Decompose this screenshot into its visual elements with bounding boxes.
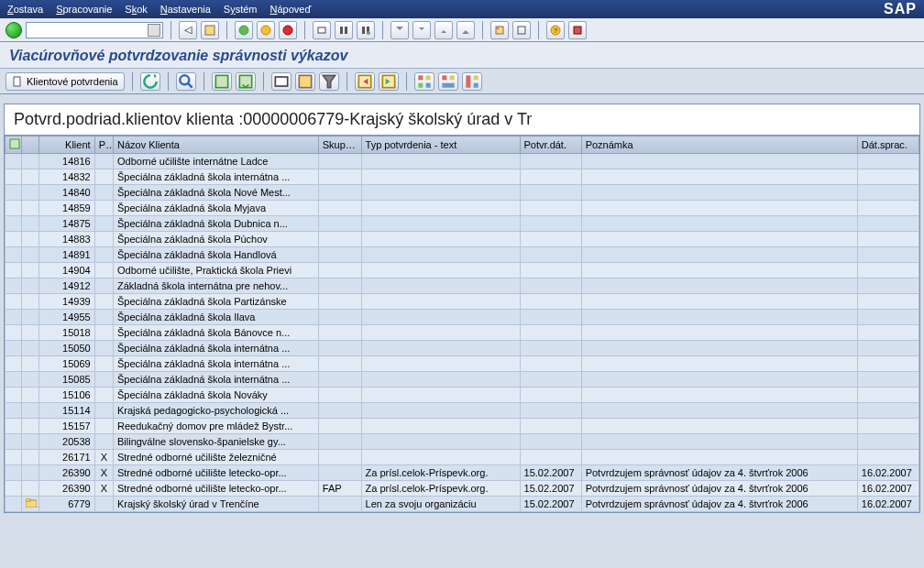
- col-skup[interactable]: SkupP...: [318, 137, 361, 154]
- client-confirm-button[interactable]: Klientové potvrdenia: [6, 72, 125, 91]
- back-button[interactable]: ◁: [179, 21, 197, 39]
- row-selector[interactable]: [6, 341, 22, 356]
- nav-cancel-button[interactable]: [279, 21, 297, 39]
- table-row[interactable]: 15114Krajská pedagogicko-psychologická .…: [6, 403, 919, 419]
- col-potvr-dat[interactable]: Potvr.dát.: [520, 137, 581, 154]
- table-row[interactable]: 26390XStredné odborné učilište letecko-o…: [6, 465, 919, 481]
- row-selector[interactable]: [6, 434, 22, 450]
- row-selector[interactable]: [6, 216, 22, 232]
- table-row[interactable]: 14939Špeciálna základná škola Partizánsk…: [6, 294, 919, 310]
- row-selector[interactable]: [6, 279, 22, 294]
- row-selector[interactable]: [6, 465, 22, 481]
- row-icon-cell: [22, 263, 38, 279]
- cell-nazov: Špeciálna základná škola Nové Mest...: [113, 185, 318, 201]
- table-row[interactable]: 14955Špeciálna základná škola Ilava: [6, 310, 919, 325]
- col-po[interactable]: PO: [94, 137, 113, 154]
- filter-button[interactable]: [319, 72, 339, 91]
- menu-napoved[interactable]: Nápoveď: [270, 4, 312, 15]
- table-row[interactable]: 26390XStredné odborné učilište letecko-o…: [6, 481, 919, 497]
- table-row[interactable]: 14912Základná škola internátna pre nehov…: [6, 279, 919, 294]
- row-selector[interactable]: [6, 185, 22, 201]
- cell-po: [94, 232, 113, 247]
- row-selector[interactable]: [6, 169, 22, 185]
- table-row[interactable]: 15106Špeciálna základná škola Nováky: [6, 388, 919, 403]
- save-button[interactable]: [201, 21, 219, 39]
- table-row[interactable]: 26171XStredné odborné učilište železničn…: [6, 450, 919, 465]
- row-selector[interactable]: [6, 450, 22, 465]
- col-nazov[interactable]: Názov Klienta: [113, 137, 318, 154]
- layout-save-button[interactable]: [462, 72, 482, 91]
- row-selector[interactable]: [6, 325, 22, 341]
- subtotal-button[interactable]: [379, 72, 399, 91]
- col-select-all[interactable]: [6, 137, 22, 154]
- menu-zostava[interactable]: Zostava: [7, 4, 43, 15]
- detail-button[interactable]: [176, 72, 196, 91]
- table-row[interactable]: 20538Bilingválne slovensko-španielske gy…: [6, 434, 919, 450]
- table-row[interactable]: 15157Reedukačný domov pre mládež Bystr..…: [6, 419, 919, 434]
- help-button[interactable]: ?: [546, 21, 565, 39]
- prev-page-button[interactable]: [412, 21, 431, 39]
- row-selector[interactable]: [6, 497, 22, 512]
- command-dropdown-icon[interactable]: [148, 24, 160, 37]
- layout-button[interactable]: [568, 21, 587, 39]
- menu-skok[interactable]: Skok: [125, 4, 147, 15]
- row-selector[interactable]: [6, 201, 22, 216]
- nav-back-button[interactable]: [235, 21, 253, 39]
- row-selector[interactable]: [6, 310, 22, 325]
- export-button[interactable]: [295, 72, 315, 91]
- menu-system[interactable]: Systém: [224, 4, 258, 15]
- cell-dat-sprac: [857, 434, 918, 450]
- menu-spracovanie[interactable]: Spracovanie: [56, 4, 112, 15]
- table-row[interactable]: 6779Krajský školský úrad v TrenčíneLen z…: [6, 497, 919, 512]
- menu-nastavenia[interactable]: Nastavenia: [160, 4, 211, 15]
- table-row[interactable]: 15050Špeciálna základná škola internátna…: [6, 341, 919, 356]
- table-row[interactable]: 14883Špeciálna základná škola Púchov: [6, 232, 919, 247]
- table-row[interactable]: 14875Špeciálna základná škola Dubnica n.…: [6, 216, 919, 232]
- sort-asc-button[interactable]: [212, 72, 232, 91]
- table-row[interactable]: 15085Špeciálna základná škola internátna…: [6, 372, 919, 388]
- col-icon[interactable]: [22, 137, 38, 154]
- table-row[interactable]: 14891Špeciálna základná škola Handlová: [6, 247, 919, 263]
- col-typ[interactable]: Typ potvrdenia - text: [361, 137, 520, 154]
- row-selector[interactable]: [6, 372, 22, 388]
- row-selector[interactable]: [6, 419, 22, 434]
- ok-indicator-icon[interactable]: [6, 22, 22, 38]
- table-row[interactable]: 14816Odborné učilište internátne Ladce: [6, 154, 919, 169]
- row-selector[interactable]: [6, 232, 22, 247]
- row-selector[interactable]: [6, 154, 22, 169]
- table-row[interactable]: 15018Špeciálna základná škola Bánovce n.…: [6, 325, 919, 341]
- table-row[interactable]: 14904Odborné učilište, Praktická škola P…: [6, 263, 919, 279]
- col-dat-sprac[interactable]: Dát.sprac.: [857, 137, 918, 154]
- col-klient[interactable]: Klient: [38, 137, 94, 154]
- refresh-button[interactable]: [140, 72, 160, 91]
- table-row[interactable]: 14832Špeciálna základná škola internátna…: [6, 169, 919, 185]
- layout-choose-button[interactable]: [438, 72, 458, 91]
- table-row[interactable]: 14840Špeciálna základná škola Nové Mest.…: [6, 185, 919, 201]
- nav-exit-button[interactable]: [257, 21, 275, 39]
- row-selector[interactable]: [6, 247, 22, 263]
- cell-poznamka: [581, 372, 857, 388]
- print-list-button[interactable]: [271, 72, 292, 91]
- table-row[interactable]: 15069Špeciálna základná škola internátna…: [6, 356, 919, 372]
- sum-button[interactable]: [355, 72, 375, 91]
- row-selector[interactable]: [6, 388, 22, 403]
- first-page-button[interactable]: [390, 21, 409, 39]
- cell-typ: [361, 356, 520, 372]
- row-selector[interactable]: [6, 403, 22, 419]
- table-row[interactable]: 14859Špeciálna základná škola Myjava: [6, 201, 919, 216]
- shortcut-button[interactable]: [512, 21, 531, 39]
- col-poznamka[interactable]: Poznámka: [581, 137, 857, 154]
- next-page-button[interactable]: [434, 21, 453, 39]
- last-page-button[interactable]: [456, 21, 475, 39]
- new-session-button[interactable]: [490, 21, 509, 39]
- find-button[interactable]: [335, 21, 353, 39]
- row-selector[interactable]: [6, 481, 22, 497]
- command-field[interactable]: [26, 22, 163, 38]
- sort-desc-button[interactable]: [236, 72, 256, 91]
- row-selector[interactable]: [6, 263, 22, 279]
- find-next-button[interactable]: [357, 21, 375, 39]
- layout-change-button[interactable]: [414, 72, 434, 91]
- print-button[interactable]: [313, 21, 331, 39]
- row-selector[interactable]: [6, 356, 22, 372]
- row-selector[interactable]: [6, 294, 22, 310]
